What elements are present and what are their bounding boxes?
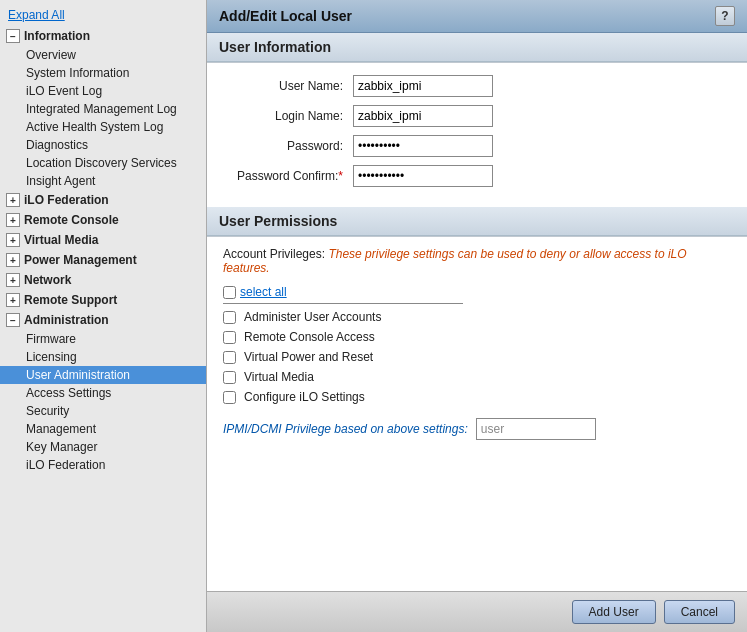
sidebar-item-insight-agent[interactable]: Insight Agent — [0, 172, 206, 190]
select-all-label[interactable]: select all — [240, 285, 287, 299]
configure-ilo-settings-label: Configure iLO Settings — [244, 390, 365, 404]
help-button[interactable]: ? — [715, 6, 735, 26]
toggle-power-management-icon: + — [6, 253, 20, 267]
perm-configure-ilo-settings: Configure iLO Settings — [223, 390, 731, 404]
toggle-network-icon: + — [6, 273, 20, 287]
administer-user-accounts-checkbox[interactable] — [223, 311, 236, 324]
configure-ilo-settings-checkbox[interactable] — [223, 391, 236, 404]
sidebar-section-network-label: Network — [24, 273, 71, 287]
password-confirm-row: Password Confirm:* — [223, 165, 731, 187]
toggle-information-icon: − — [6, 29, 20, 43]
loginname-input[interactable] — [353, 105, 493, 127]
toggle-virtual-media-icon: + — [6, 233, 20, 247]
sidebar: Expand All − Information Overview System… — [0, 0, 207, 632]
sidebar-administration-items: Firmware Licensing User Administration A… — [0, 330, 206, 474]
password-confirm-input[interactable] — [353, 165, 493, 187]
ipmi-label: IPMI/DCMI Privilege based on above setti… — [223, 422, 468, 436]
select-all-row: select all — [223, 285, 463, 304]
remote-console-access-checkbox[interactable] — [223, 331, 236, 344]
add-user-button[interactable]: Add User — [572, 600, 656, 624]
footer-bar: Add User Cancel — [207, 591, 747, 632]
username-label: User Name: — [223, 79, 353, 93]
sidebar-item-location-discovery-services[interactable]: Location Discovery Services — [0, 154, 206, 172]
username-input[interactable] — [353, 75, 493, 97]
sidebar-item-integrated-management-log[interactable]: Integrated Management Log — [0, 100, 206, 118]
sidebar-item-diagnostics[interactable]: Diagnostics — [0, 136, 206, 154]
administer-user-accounts-label: Administer User Accounts — [244, 310, 381, 324]
privileges-description: Account Privileges: These privilege sett… — [223, 247, 731, 275]
select-all-checkbox[interactable] — [223, 286, 236, 299]
password-confirm-label: Password Confirm:* — [223, 169, 353, 183]
perm-administer-user-accounts: Administer User Accounts — [223, 310, 731, 324]
toggle-ilo-federation-icon: + — [6, 193, 20, 207]
sidebar-item-management[interactable]: Management — [0, 420, 206, 438]
sidebar-item-ilo-event-log[interactable]: iLO Event Log — [0, 82, 206, 100]
virtual-media-checkbox[interactable] — [223, 371, 236, 384]
perm-remote-console-access: Remote Console Access — [223, 330, 731, 344]
sidebar-item-access-settings[interactable]: Access Settings — [0, 384, 206, 402]
virtual-media-label: Virtual Media — [244, 370, 314, 384]
sidebar-item-key-manager[interactable]: Key Manager — [0, 438, 206, 456]
sidebar-item-security[interactable]: Security — [0, 402, 206, 420]
sidebar-section-remote-support[interactable]: + Remote Support — [0, 290, 206, 310]
sidebar-item-active-health-system-log[interactable]: Active Health System Log — [0, 118, 206, 136]
sidebar-section-ilo-federation[interactable]: + iLO Federation — [0, 190, 206, 210]
main-header: Add/Edit Local User ? — [207, 0, 747, 33]
sidebar-section-power-management[interactable]: + Power Management — [0, 250, 206, 270]
password-label: Password: — [223, 139, 353, 153]
required-star: * — [338, 169, 343, 183]
sidebar-section-power-management-label: Power Management — [24, 253, 137, 267]
toggle-administration-icon: − — [6, 313, 20, 327]
sidebar-section-information-label: Information — [24, 29, 90, 43]
sidebar-item-ilo-federation-admin[interactable]: iLO Federation — [0, 456, 206, 474]
page-title: Add/Edit Local User — [219, 8, 352, 24]
user-info-section-header: User Information — [207, 33, 747, 62]
sidebar-item-system-information[interactable]: System Information — [0, 64, 206, 82]
sidebar-section-administration[interactable]: − Administration — [0, 310, 206, 330]
sidebar-section-administration-label: Administration — [24, 313, 109, 327]
sidebar-section-remote-console[interactable]: + Remote Console — [0, 210, 206, 230]
perm-virtual-media: Virtual Media — [223, 370, 731, 384]
privileges-label: Account Privileges: — [223, 247, 325, 261]
sidebar-section-remote-console-label: Remote Console — [24, 213, 119, 227]
cancel-button[interactable]: Cancel — [664, 600, 735, 624]
sidebar-section-virtual-media[interactable]: + Virtual Media — [0, 230, 206, 250]
password-row: Password: — [223, 135, 731, 157]
sidebar-item-overview[interactable]: Overview — [0, 46, 206, 64]
sidebar-section-remote-support-label: Remote Support — [24, 293, 117, 307]
content-area: User Information User Name: Login Name: … — [207, 33, 747, 591]
user-permissions-section-header: User Permissions — [207, 207, 747, 236]
main-panel: Add/Edit Local User ? User Information U… — [207, 0, 747, 632]
user-permissions-form: Account Privileges: These privilege sett… — [207, 237, 747, 456]
sidebar-section-information[interactable]: − Information — [0, 26, 206, 46]
remote-console-access-label: Remote Console Access — [244, 330, 375, 344]
user-info-form: User Name: Login Name: Password: Passwor… — [207, 63, 747, 207]
ipmi-row: IPMI/DCMI Privilege based on above setti… — [223, 418, 731, 440]
loginname-label: Login Name: — [223, 109, 353, 123]
virtual-power-reset-checkbox[interactable] — [223, 351, 236, 364]
toggle-remote-support-icon: + — [6, 293, 20, 307]
ipmi-value-input[interactable] — [476, 418, 596, 440]
toggle-remote-console-icon: + — [6, 213, 20, 227]
username-row: User Name: — [223, 75, 731, 97]
virtual-power-reset-label: Virtual Power and Reset — [244, 350, 373, 364]
sidebar-item-firmware[interactable]: Firmware — [0, 330, 206, 348]
sidebar-section-network[interactable]: + Network — [0, 270, 206, 290]
expand-all-link[interactable]: Expand All — [0, 4, 206, 26]
sidebar-item-user-administration[interactable]: User Administration — [0, 366, 206, 384]
password-input[interactable] — [353, 135, 493, 157]
perm-virtual-power-reset: Virtual Power and Reset — [223, 350, 731, 364]
sidebar-section-virtual-media-label: Virtual Media — [24, 233, 98, 247]
sidebar-section-ilo-federation-label: iLO Federation — [24, 193, 109, 207]
sidebar-information-items: Overview System Information iLO Event Lo… — [0, 46, 206, 190]
sidebar-item-licensing[interactable]: Licensing — [0, 348, 206, 366]
loginname-row: Login Name: — [223, 105, 731, 127]
